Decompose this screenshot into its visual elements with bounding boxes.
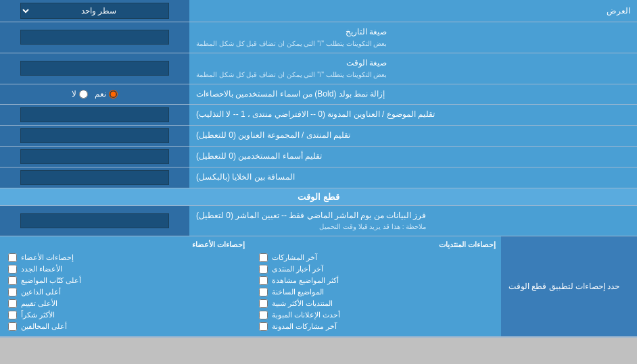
checkbox-last-posts[interactable] bbox=[259, 253, 268, 262]
checkbox-item: إحصاءات الأعضاء bbox=[5, 252, 245, 263]
topic-trim-input-cell[interactable]: 33 bbox=[0, 105, 189, 125]
checkbox-most-thanked[interactable] bbox=[8, 311, 17, 319]
col2-header: إحصاءات الأعضاء bbox=[5, 240, 245, 249]
checkbox-label: المواضيع الساخنة bbox=[272, 288, 324, 296]
checkbox-item: الأعضاء الجدد bbox=[5, 263, 245, 275]
checkbox-most-viewed[interactable] bbox=[259, 276, 268, 285]
checkbox-top-posters[interactable] bbox=[8, 276, 17, 285]
date-format-label: صيغة التاريخ بعض التكوينات يتطلب "/" الت… bbox=[189, 22, 637, 53]
bottom-stats-section: حدد إحصاءات لتطبيق قطع الوقت إحصاءات الم… bbox=[0, 236, 637, 338]
checkbox-label: أحدث الإعلانات المبوبة bbox=[272, 311, 340, 319]
checkbox-hot-topics[interactable] bbox=[259, 288, 268, 296]
checkbox-label: أعلى المخالفين bbox=[21, 322, 67, 331]
checkbox-label: الأعضاء الجدد bbox=[21, 265, 62, 274]
checkbox-item: أكثر المواضيع مشاهدة bbox=[256, 275, 496, 286]
checkbox-label: آخر المشاركات bbox=[272, 253, 317, 262]
date-format-input-cell[interactable]: d-m bbox=[0, 22, 189, 53]
topic-trim-label: تقليم الموضوع / العناوين المدونة (0 -- ا… bbox=[189, 105, 637, 125]
checkbox-latest-ads[interactable] bbox=[259, 311, 268, 319]
checkbox-label: أكثر المواضيع مشاهدة bbox=[272, 276, 339, 285]
checkbox-most-popular-forums[interactable] bbox=[259, 299, 268, 308]
forum-trim-label: تقليم المنتدى / المجموعة العناوين (0 للت… bbox=[189, 126, 637, 146]
checkbox-blog-posts[interactable] bbox=[259, 322, 268, 331]
checkbox-member-stats[interactable] bbox=[8, 253, 17, 262]
topic-trim-row: تقليم الموضوع / العناوين المدونة (0 -- ا… bbox=[0, 105, 637, 126]
main-container: العرض سطر واحد صيغة التاريخ بعض التكوينا… bbox=[0, 0, 637, 338]
checkbox-item: أعلى الداعين bbox=[5, 286, 245, 298]
time-format-label: صيغة الوقت بعض التكوينات يتطلب "/" التي … bbox=[189, 53, 637, 84]
checkbox-forum-news[interactable] bbox=[259, 265, 268, 274]
checkbox-label: أعلى الداعين bbox=[21, 288, 61, 296]
checkbox-item: المنتديات الأكثر شبية bbox=[256, 298, 496, 309]
checkbox-item: أحدث الإعلانات المبوبة bbox=[256, 309, 496, 321]
bold-radio-no[interactable] bbox=[79, 90, 88, 99]
forum-trim-row: تقليم المنتدى / المجموعة العناوين (0 للت… bbox=[0, 126, 637, 147]
users-trim-label: تقليم أسماء المستخدمين (0 للتعطيل) bbox=[189, 147, 637, 167]
date-format-input[interactable]: d-m bbox=[20, 30, 169, 45]
stats-cutoff-label: حدد إحصاءات لتطبيق قطع الوقت bbox=[502, 236, 637, 336]
cell-spacing-input-cell[interactable]: 2 bbox=[0, 167, 189, 188]
bold-remove-radio-cell: نعم لا bbox=[0, 84, 189, 104]
checkbox-item: المواضيع الساخنة bbox=[256, 286, 496, 298]
cell-spacing-label: المسافة بين الخلايا (بالبكسل) bbox=[189, 167, 637, 188]
cutoff-days-row: فرز البيانات من يوم الماشر الماضي فقط --… bbox=[0, 206, 637, 237]
cutoff-section-header: قطع الوقت bbox=[0, 188, 637, 206]
bold-radio-yes-label[interactable]: نعم bbox=[95, 89, 118, 99]
users-trim-input-cell[interactable]: 0 bbox=[0, 147, 189, 167]
checkbox-label: أعلى كتّاب المواضيع bbox=[21, 276, 81, 285]
page-title: العرض bbox=[189, 3, 637, 18]
bold-radio-yes-text: نعم bbox=[95, 89, 106, 99]
cell-spacing-input[interactable]: 2 bbox=[20, 170, 169, 185]
header-row: العرض سطر واحد bbox=[0, 0, 637, 22]
checkbox-label: الأعلى تقييم bbox=[21, 299, 57, 308]
users-trim-input[interactable]: 0 bbox=[20, 149, 169, 164]
forum-trim-input[interactable]: 33 bbox=[20, 128, 169, 143]
checkbox-item: آخر أخبار المنتدى bbox=[256, 263, 496, 275]
bold-radio-no-label[interactable]: لا bbox=[72, 89, 88, 99]
time-format-row: صيغة الوقت بعض التكوينات يتطلب "/" التي … bbox=[0, 53, 637, 84]
bold-radio-yes[interactable] bbox=[109, 90, 118, 99]
checkbox-item: أعلى كتّاب المواضيع bbox=[5, 275, 245, 286]
bold-radio-group: نعم لا bbox=[65, 89, 124, 99]
display-mode-select[interactable]: سطر واحد bbox=[20, 3, 169, 19]
checkbox-item: آخر المشاركات bbox=[256, 252, 496, 263]
bold-remove-row: إزالة نمط بولد (Bold) من اسماء المستخدمي… bbox=[0, 84, 637, 105]
cutoff-days-input[interactable]: 0 bbox=[20, 213, 169, 228]
checkbox-item: الأكثر شكراً bbox=[5, 309, 245, 321]
checkbox-label: المنتديات الأكثر شبية bbox=[272, 299, 333, 308]
checkbox-top-rated[interactable] bbox=[8, 299, 17, 308]
checkbox-item: آخر مشاركات المدونة bbox=[256, 321, 496, 332]
checkbox-label: آخر مشاركات المدونة bbox=[272, 322, 337, 331]
topic-trim-input[interactable]: 33 bbox=[20, 107, 169, 122]
checkbox-top-inviters[interactable] bbox=[8, 288, 17, 296]
display-mode-cell[interactable]: سطر واحد bbox=[0, 0, 189, 22]
col1-header: إحصاءات المنتديات bbox=[256, 240, 496, 249]
time-format-input[interactable]: H:i bbox=[20, 61, 169, 76]
time-format-input-cell[interactable]: H:i bbox=[0, 53, 189, 84]
checkbox-label: آخر أخبار المنتدى bbox=[272, 265, 323, 274]
bold-remove-label: إزالة نمط بولد (Bold) من اسماء المستخدمي… bbox=[189, 84, 637, 104]
date-format-row: صيغة التاريخ بعض التكوينات يتطلب "/" الت… bbox=[0, 22, 637, 53]
forum-trim-input-cell[interactable]: 33 bbox=[0, 126, 189, 146]
cutoff-days-input-cell[interactable]: 0 bbox=[0, 206, 189, 236]
cell-spacing-row: المسافة بين الخلايا (بالبكسل) 2 bbox=[0, 167, 637, 188]
checkbox-item: الأعلى تقييم bbox=[5, 298, 245, 309]
checkbox-top-violators[interactable] bbox=[8, 322, 17, 331]
checkbox-new-members[interactable] bbox=[8, 265, 17, 274]
cutoff-days-label: فرز البيانات من يوم الماشر الماضي فقط --… bbox=[189, 206, 637, 236]
users-trim-row: تقليم أسماء المستخدمين (0 للتعطيل) 0 bbox=[0, 147, 637, 167]
checkbox-label: إحصاءات الأعضاء bbox=[21, 253, 74, 262]
checkbox-label: الأكثر شكراً bbox=[21, 311, 55, 319]
checkbox-item: أعلى المخالفين bbox=[5, 321, 245, 332]
bold-radio-no-text: لا bbox=[72, 89, 76, 99]
